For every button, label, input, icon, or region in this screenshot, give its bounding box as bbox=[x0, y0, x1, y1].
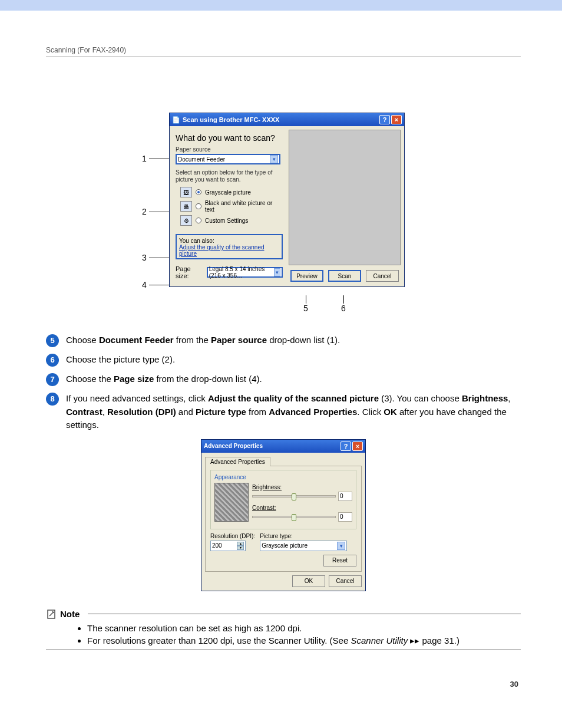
option-custom[interactable]: ⚙ Custom Settings bbox=[180, 215, 283, 226]
radio-bw[interactable] bbox=[196, 203, 201, 209]
brightness-label: Brightness: bbox=[252, 484, 352, 490]
scan-instruction: Select an option below for the type of p… bbox=[176, 169, 283, 183]
header-rule bbox=[46, 57, 521, 57]
preview-pane bbox=[289, 130, 401, 265]
page-size-value: Legal 8.5 x 14 inches (216 x 356… bbox=[209, 266, 275, 279]
resolution-input[interactable]: 200 ▴▾ bbox=[210, 541, 246, 551]
step-badge-8: 8 bbox=[46, 393, 59, 406]
step-6: 6 Choose the picture type (2). bbox=[46, 353, 521, 367]
adv-tab[interactable]: Advanced Properties bbox=[205, 457, 270, 466]
appearance-group-label: Appearance bbox=[214, 474, 352, 480]
figure-scan-dialog: 1 2 3 4 📄 Scan using Brother MFC- XXXX ?… bbox=[154, 113, 413, 316]
note-item-2: For resolutions greater than 1200 dpi, u… bbox=[87, 635, 521, 646]
scan-dialog-titlebar: 📄 Scan using Brother MFC- XXXX ? × bbox=[170, 113, 404, 126]
paper-source-select[interactable]: Document Feeder ▾ bbox=[176, 154, 280, 164]
steps-list: 5 Choose Document Feeder from the Paper … bbox=[46, 334, 521, 432]
chevron-down-icon: ▾ bbox=[274, 268, 280, 276]
reset-button[interactable]: Reset bbox=[323, 555, 356, 566]
callout-3: 3 bbox=[142, 253, 147, 262]
help-button[interactable]: ? bbox=[340, 442, 351, 451]
scan-dialog-title: Scan using Brother MFC- XXXX bbox=[183, 116, 378, 123]
custom-icon: ⚙ bbox=[180, 215, 192, 226]
scan-question: What do you want to scan? bbox=[176, 133, 283, 143]
callout-4: 4 bbox=[142, 280, 147, 289]
ok-button[interactable]: OK bbox=[292, 575, 325, 587]
adjust-quality-link[interactable]: Adjust the quality of the scanned pictur… bbox=[179, 244, 265, 257]
scan-dialog: 📄 Scan using Brother MFC- XXXX ? × What … bbox=[169, 113, 405, 287]
step-7: 7 Choose the Page size from the drop-dow… bbox=[46, 373, 521, 386]
option-grayscale-label: Grayscale picture bbox=[205, 189, 251, 196]
contrast-slider[interactable] bbox=[252, 516, 336, 518]
chevron-down-icon: ▾ bbox=[270, 155, 278, 163]
option-bw-label: Black and white picture or text bbox=[205, 200, 283, 213]
you-can-also-group: You can also: Adjust the quality of the … bbox=[176, 234, 283, 259]
callout-6: 6 bbox=[341, 304, 346, 313]
preview-thumbnail bbox=[214, 483, 249, 522]
option-grayscale[interactable]: 🖼 Grayscale picture bbox=[180, 187, 283, 197]
step-badge-6: 6 bbox=[46, 354, 59, 367]
paper-source-value: Document Feeder bbox=[178, 156, 225, 163]
section-header: Scanning (For FAX-2940) bbox=[46, 46, 521, 54]
contrast-value[interactable]: 0 bbox=[338, 512, 352, 522]
radio-custom[interactable] bbox=[196, 218, 201, 223]
spin-up-icon[interactable]: ▴ bbox=[237, 542, 244, 546]
callout-5: 5 bbox=[303, 304, 308, 313]
step-badge-7: 7 bbox=[46, 373, 59, 386]
cancel-button[interactable]: Cancel bbox=[329, 575, 362, 587]
picture-type-select[interactable]: Grayscale picture ▾ bbox=[260, 541, 347, 551]
option-bw[interactable]: 🖶 Black and white picture or text bbox=[180, 200, 283, 213]
resolution-label: Resolution (DPI): bbox=[210, 533, 255, 539]
note-block: Note The scanner resolution can be set a… bbox=[46, 609, 521, 650]
option-custom-label: Custom Settings bbox=[205, 218, 248, 224]
spin-down-icon[interactable]: ▾ bbox=[237, 546, 244, 550]
note-title: Note bbox=[60, 609, 80, 619]
radio-grayscale[interactable] bbox=[196, 189, 201, 195]
grayscale-icon: 🖼 bbox=[180, 187, 192, 197]
page-number: 30 bbox=[510, 680, 518, 689]
step-badge-5: 5 bbox=[46, 334, 59, 347]
preview-button[interactable]: Preview bbox=[290, 270, 323, 282]
page-size-label: Page size: bbox=[176, 265, 204, 279]
chevron-down-icon: ▾ bbox=[337, 542, 345, 550]
picture-type-label: Picture type: bbox=[260, 533, 356, 539]
brightness-slider[interactable] bbox=[252, 495, 336, 498]
paper-source-label: Paper source bbox=[176, 146, 283, 153]
contrast-label: Contrast: bbox=[252, 505, 352, 511]
step-8: 8 If you need advanced settings, click A… bbox=[46, 392, 521, 432]
you-can-also-label: You can also: bbox=[179, 238, 279, 244]
adv-titlebar: Advanced Properties ? × bbox=[201, 440, 365, 453]
step-5: 5 Choose Document Feeder from the Paper … bbox=[46, 334, 521, 347]
close-button[interactable]: × bbox=[391, 115, 402, 124]
adv-title: Advanced Properties bbox=[204, 443, 339, 449]
note-icon bbox=[46, 609, 57, 620]
scan-button[interactable]: Scan bbox=[328, 270, 361, 282]
note-item-1: The scanner resolution can be set as hig… bbox=[87, 623, 521, 633]
page-size-select[interactable]: Legal 8.5 x 14 inches (216 x 356… ▾ bbox=[207, 267, 283, 278]
cancel-button[interactable]: Cancel bbox=[366, 270, 399, 282]
help-button[interactable]: ? bbox=[379, 115, 390, 124]
callout-1: 1 bbox=[142, 154, 147, 163]
brightness-value[interactable]: 0 bbox=[338, 492, 352, 501]
callout-2: 2 bbox=[142, 207, 147, 216]
advanced-properties-dialog: Advanced Properties ? × Advanced Propert… bbox=[201, 439, 366, 591]
close-button[interactable]: × bbox=[352, 442, 363, 451]
bw-icon: 🖶 bbox=[180, 201, 192, 212]
